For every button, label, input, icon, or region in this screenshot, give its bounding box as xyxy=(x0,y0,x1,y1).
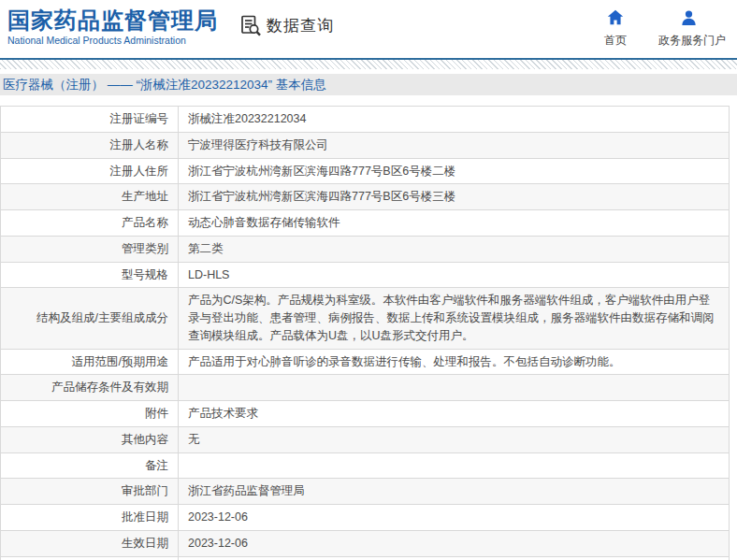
info-table: 注册证编号浙械注准20232212034注册人名称宁波理得医疗科技有限公司注册人… xyxy=(0,106,730,560)
table-row: 适用范围/预期用途产品适用于对心肺音听诊的录音数据进行传输、处理和报告。不包括自… xyxy=(1,349,730,375)
row-label: 管理类别 xyxy=(1,236,179,262)
row-label: 注册人名称 xyxy=(1,132,179,158)
row-value: 2023-12-06 xyxy=(179,530,730,556)
info-table-body: 注册证编号浙械注准20232212034注册人名称宁波理得医疗科技有限公司注册人… xyxy=(1,107,730,560)
nav-item-portal-label: 政务服务门户 xyxy=(658,33,718,49)
table-row: 产品名称动态心肺音数据存储传输软件 xyxy=(1,210,730,237)
row-value: 浙江省药品监督管理局 xyxy=(179,479,730,505)
org-name-cn: 国家药品监督管理局 xyxy=(7,8,218,33)
nav-item-home-label: 首页 xyxy=(585,33,645,49)
row-value xyxy=(179,452,730,479)
data-query-icon xyxy=(240,14,262,37)
page-header: 国家药品监督管理局 National Medical Products Admi… xyxy=(0,0,737,58)
row-value: LD-HLS xyxy=(179,262,730,288)
row-value: 浙江省宁波杭州湾新区滨海四路777号B区6号楼二楼 xyxy=(179,158,730,184)
table-row: 型号规格LD-HLS xyxy=(1,262,730,288)
row-label: 生效日期 xyxy=(1,530,179,556)
row-value: 第二类 xyxy=(179,236,730,262)
hatch-strip xyxy=(0,60,737,69)
row-label: 适用范围/预期用途 xyxy=(1,349,179,375)
row-value: 产品为C/S架构。产品规模为科室级。本软件由客户端软件和服务器端软件组成，客户端… xyxy=(179,288,730,349)
row-value xyxy=(179,375,730,401)
table-row: 注册证编号浙械注准20232212034 xyxy=(1,107,730,133)
row-value: 产品适用于对心肺音听诊的录音数据进行传输、处理和报告。不包括自动诊断功能。 xyxy=(179,349,730,375)
table-row: 生效日期2023-12-06 xyxy=(1,530,730,556)
row-value: 2023-12-06 xyxy=(179,505,730,531)
row-label: 批准日期 xyxy=(1,505,179,531)
breadcrumb: 医疗器械（注册） —— “浙械注准20232212034” 基本信息 xyxy=(0,74,737,95)
table-row: 备注 xyxy=(1,452,730,479)
row-label: 型号规格 xyxy=(1,262,179,288)
nav-item-home[interactable]: 首页 xyxy=(585,9,645,49)
row-value: 2028-12-05 xyxy=(179,556,730,560)
row-value: 浙江省宁波杭州湾新区滨海四路777号B区6号楼三楼 xyxy=(179,184,730,210)
row-label: 有效期至 xyxy=(1,556,179,560)
row-label: 审批部门 xyxy=(1,479,179,505)
data-query-label: 数据查询 xyxy=(267,15,334,36)
table-row: 有效期至2028-12-05 xyxy=(1,556,730,560)
row-value: 宁波理得医疗科技有限公司 xyxy=(179,132,730,158)
row-label: 附件 xyxy=(1,401,179,427)
table-row: 附件产品技术要求 xyxy=(1,401,730,427)
row-value: 动态心肺音数据存储传输软件 xyxy=(179,210,730,237)
table-gap xyxy=(0,95,737,106)
home-icon xyxy=(606,13,625,29)
table-row: 其他内容无 xyxy=(1,426,730,452)
data-query-button[interactable]: 数据查询 xyxy=(240,14,334,37)
org-name-en: National Medical Products Administration xyxy=(7,35,218,46)
top-nav: 首页 政务服务门户 xyxy=(585,9,718,49)
row-label: 注册证编号 xyxy=(1,107,179,133)
row-label: 生产地址 xyxy=(1,184,179,210)
table-row: 注册人住所浙江省宁波杭州湾新区滨海四路777号B区6号楼二楼 xyxy=(1,158,730,184)
row-label: 注册人住所 xyxy=(1,158,179,184)
row-label: 其他内容 xyxy=(1,426,179,452)
table-row: 注册人名称宁波理得医疗科技有限公司 xyxy=(1,132,730,158)
table-wrap: 注册证编号浙械注准20232212034注册人名称宁波理得医疗科技有限公司注册人… xyxy=(0,106,737,560)
row-value: 浙械注准20232212034 xyxy=(179,107,730,133)
row-label: 产品名称 xyxy=(1,210,179,237)
table-row: 生产地址浙江省宁波杭州湾新区滨海四路777号B区6号楼三楼 xyxy=(1,184,730,210)
row-label: 结构及组成/主要组成成分 xyxy=(1,288,179,349)
table-row: 管理类别第二类 xyxy=(1,236,730,262)
row-label: 备注 xyxy=(1,452,179,479)
row-label: 产品储存条件及有效期 xyxy=(1,375,179,401)
table-row: 批准日期2023-12-06 xyxy=(1,505,730,531)
table-row: 审批部门浙江省药品监督管理局 xyxy=(1,479,730,505)
user-icon xyxy=(680,13,698,29)
row-value: 产品技术要求 xyxy=(179,401,730,427)
nmpa-logo[interactable]: 国家药品监督管理局 National Medical Products Admi… xyxy=(0,0,218,46)
row-value: 无 xyxy=(179,426,730,452)
table-row: 产品储存条件及有效期 xyxy=(1,375,730,401)
nav-item-portal[interactable]: 政务服务门户 xyxy=(658,9,718,49)
table-row: 结构及组成/主要组成成分产品为C/S架构。产品规模为科室级。本软件由客户端软件和… xyxy=(1,288,730,349)
